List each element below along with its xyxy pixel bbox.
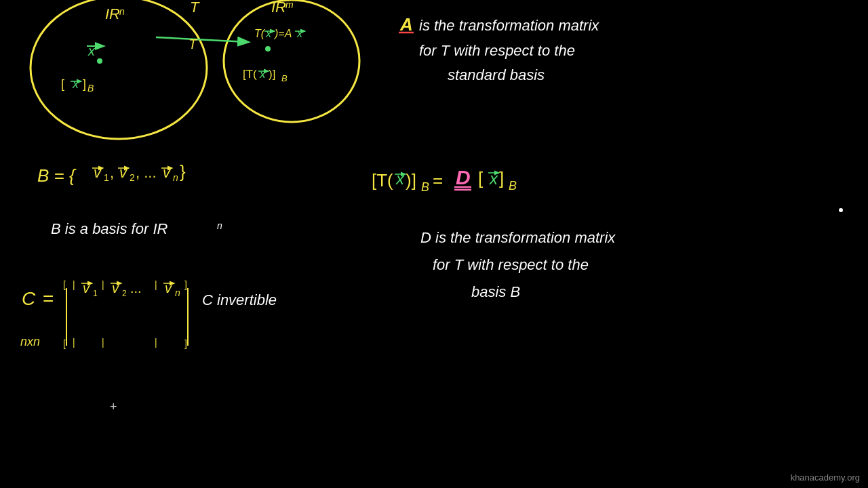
- svg-text:x: x: [87, 43, 96, 58]
- svg-text:v: v: [112, 281, 119, 296]
- svg-text:[: [: [63, 338, 66, 349]
- svg-text:v: v: [119, 164, 128, 181]
- svg-text:B: B: [87, 83, 94, 94]
- svg-text:v: v: [165, 281, 172, 296]
- svg-text:n: n: [119, 6, 125, 17]
- svg-text:1: 1: [93, 289, 98, 298]
- svg-text:, ...: , ...: [136, 164, 157, 181]
- svg-text:[T(: [T(: [243, 68, 257, 81]
- svg-text:B: B: [421, 180, 429, 194]
- svg-text:x: x: [265, 28, 272, 39]
- svg-text:B = {: B = {: [37, 165, 77, 186]
- svg-text:[T(: [T(: [372, 170, 393, 190]
- svg-text:]: ]: [499, 168, 504, 188]
- svg-text:2: 2: [130, 172, 135, 183]
- svg-text:T: T: [189, 37, 198, 52]
- svg-text:[: [: [478, 168, 484, 188]
- svg-point-23: [265, 46, 271, 52]
- svg-text:n: n: [173, 172, 178, 183]
- svg-text:for T  with  respect  to  the: for T with respect to the: [419, 42, 575, 59]
- svg-text:n: n: [175, 287, 180, 298]
- watermark: khanacademy.org: [791, 472, 860, 483]
- svg-text:|: |: [73, 279, 75, 290]
- svg-text:v: v: [163, 164, 172, 181]
- svg-point-11: [97, 58, 102, 64]
- svg-text:x: x: [259, 68, 266, 81]
- svg-text:|: |: [102, 279, 104, 290]
- svg-text:B  is  a  basis  for  IR: B is a basis for IR: [51, 220, 168, 237]
- svg-text:...: ...: [130, 281, 142, 296]
- svg-point-1: [224, 0, 359, 122]
- svg-text:,: ,: [110, 164, 114, 181]
- svg-text:D is the  transformation  matr: D is the transformation matrix: [420, 229, 616, 246]
- svg-text:B: B: [509, 179, 517, 192]
- svg-text:A: A: [399, 14, 413, 35]
- svg-text:D: D: [456, 166, 471, 188]
- svg-text:)=A: )=A: [273, 28, 292, 39]
- svg-text:standard   basis: standard basis: [448, 66, 545, 83]
- svg-text:is the transformation  matrix: is the transformation matrix: [419, 17, 599, 34]
- svg-text:B: B: [281, 73, 288, 83]
- svg-text:}: }: [180, 161, 186, 182]
- svg-text:T(: T(: [254, 28, 266, 39]
- svg-line-7: [156, 37, 248, 42]
- svg-text:v: v: [83, 281, 90, 296]
- svg-text:|: |: [155, 337, 157, 348]
- svg-text:)]: )]: [269, 68, 275, 81]
- svg-text:x: x: [72, 77, 79, 91]
- svg-text:IR: IR: [271, 0, 286, 16]
- svg-text:)]: )]: [406, 170, 416, 190]
- svg-text:[: [: [61, 77, 64, 91]
- svg-text:]: ]: [83, 77, 86, 91]
- svg-text:=: =: [43, 288, 54, 309]
- svg-text:[: [: [63, 279, 66, 290]
- lecture-diagram: IR n IR m T T x [ x ] B T( x )=A x [T(: [0, 0, 868, 488]
- svg-text:|: |: [155, 279, 157, 290]
- svg-text:T: T: [190, 0, 200, 16]
- svg-text:]: ]: [184, 279, 187, 290]
- svg-text:x: x: [489, 169, 498, 188]
- svg-text:n: n: [217, 220, 222, 231]
- svg-text:=: =: [433, 170, 443, 190]
- cursor: +: [110, 400, 122, 412]
- svg-text:C invertible: C invertible: [202, 291, 277, 308]
- svg-text:C: C: [22, 288, 36, 309]
- svg-text:1: 1: [104, 172, 109, 183]
- svg-text:x: x: [296, 28, 303, 39]
- svg-text:nxn: nxn: [20, 335, 40, 348]
- svg-text:m: m: [285, 0, 294, 10]
- svg-text:x: x: [395, 169, 405, 188]
- svg-text:|: |: [73, 337, 75, 348]
- svg-text:basis  B: basis B: [471, 283, 520, 300]
- svg-text:|: |: [102, 337, 104, 348]
- svg-point-89: [839, 208, 843, 212]
- svg-text:]: ]: [184, 338, 187, 349]
- svg-text:2: 2: [122, 289, 127, 298]
- main-canvas: IR n IR m T T x [ x ] B T( x )=A x [T(: [0, 0, 868, 488]
- svg-text:IR: IR: [105, 5, 120, 22]
- svg-text:for  T  with  respect  to  the: for T with respect to the: [433, 256, 589, 273]
- svg-text:v: v: [94, 164, 102, 181]
